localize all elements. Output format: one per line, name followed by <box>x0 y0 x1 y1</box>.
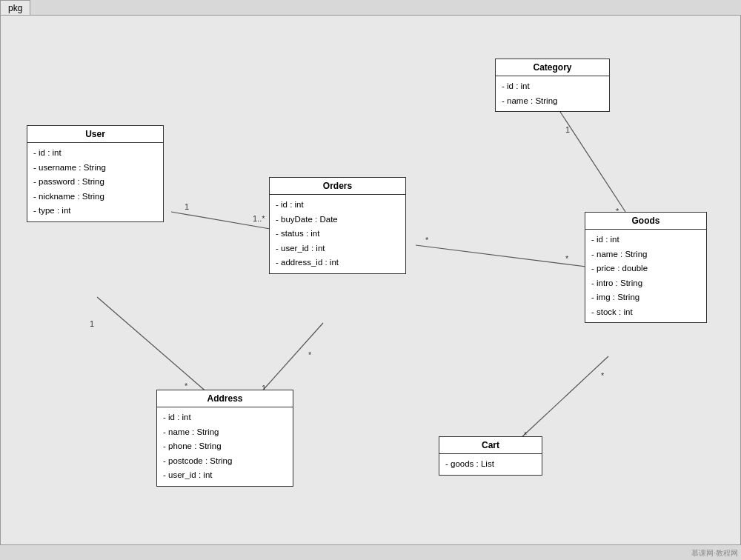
pkg-label: pkg <box>8 3 22 13</box>
category-field-1: - id : int <box>502 79 603 94</box>
class-cart-header: Cart <box>439 437 542 454</box>
svg-line-6 <box>260 323 323 393</box>
goods-field-3: - price : double <box>591 261 700 276</box>
user-field-1: - id : int <box>33 146 157 161</box>
class-user: User - id : int - username : String - pa… <box>27 125 164 222</box>
class-user-header: User <box>27 126 163 143</box>
class-category-title: Category <box>533 62 571 73</box>
svg-text:1: 1 <box>90 319 94 328</box>
class-cart: Cart - goods : List <box>439 436 542 476</box>
class-goods-body: - id : int - name : String - price : dou… <box>585 230 706 322</box>
watermark: 慕课网·教程网 <box>691 548 738 559</box>
svg-text:1..*: 1..* <box>253 214 265 223</box>
svg-text:1: 1 <box>185 202 189 211</box>
class-cart-body: - goods : List <box>439 454 542 475</box>
address-field-2: - name : String <box>163 425 287 440</box>
class-orders-body: - id : int - buyDate : Date - status : i… <box>270 195 405 273</box>
svg-text:*: * <box>308 350 312 359</box>
address-field-5: - user_id : int <box>163 468 287 483</box>
svg-line-3 <box>97 297 208 393</box>
goods-field-6: - stock : int <box>591 305 700 320</box>
orders-field-4: - user_id : int <box>276 241 399 256</box>
goods-field-2: - name : String <box>591 247 700 262</box>
user-field-2: - username : String <box>33 161 157 176</box>
class-orders-header: Orders <box>270 178 405 195</box>
watermark-text: 慕课网·教程网 <box>691 549 738 557</box>
cart-field-1: - goods : List <box>445 457 536 472</box>
address-field-4: - postcode : String <box>163 454 287 469</box>
orders-field-1: - id : int <box>276 198 399 213</box>
class-user-title: User <box>85 129 105 139</box>
svg-line-0 <box>171 212 279 230</box>
svg-line-12 <box>560 112 627 214</box>
uml-canvas: 1 1..* 1 * * 1 * * 1 * * * User - id : i… <box>0 15 741 545</box>
goods-field-1: - id : int <box>591 233 700 247</box>
class-goods: Goods - id : int - name : String - price… <box>585 212 707 323</box>
user-field-5: - type : int <box>33 204 157 219</box>
class-address-body: - id : int - name : String - phone : Str… <box>157 407 293 486</box>
class-address-title: Address <box>207 393 242 404</box>
class-cart-title: Cart <box>482 440 499 450</box>
orders-field-2: - buyDate : Date <box>276 213 399 227</box>
orders-field-5: - address_id : int <box>276 256 399 270</box>
svg-text:1: 1 <box>565 125 570 134</box>
class-orders-title: Orders <box>323 181 352 191</box>
svg-line-15 <box>519 356 608 439</box>
class-goods-title: Goods <box>632 216 660 226</box>
class-address-header: Address <box>157 390 293 407</box>
class-category-body: - id : int - name : String <box>496 76 609 111</box>
svg-text:*: * <box>425 236 429 244</box>
class-category: Category - id : int - name : String <box>495 59 610 112</box>
svg-text:*: * <box>601 371 605 380</box>
pkg-tab[interactable]: pkg <box>0 0 30 16</box>
address-field-1: - id : int <box>163 410 287 425</box>
user-field-4: - nickname : String <box>33 190 157 204</box>
goods-field-5: - img : String <box>591 290 700 305</box>
class-address: Address - id : int - name : String - pho… <box>156 390 293 487</box>
class-orders: Orders - id : int - buyDate : Date - sta… <box>269 177 406 274</box>
svg-line-9 <box>416 245 592 267</box>
user-field-3: - password : String <box>33 175 157 190</box>
class-goods-header: Goods <box>585 213 706 230</box>
goods-field-4: - intro : String <box>591 276 700 291</box>
orders-field-3: - status : int <box>276 227 399 241</box>
svg-text:*: * <box>565 254 569 263</box>
class-user-body: - id : int - username : String - passwor… <box>27 143 163 221</box>
class-category-header: Category <box>496 59 609 76</box>
address-field-3: - phone : String <box>163 439 287 454</box>
category-field-2: - name : String <box>502 94 603 109</box>
